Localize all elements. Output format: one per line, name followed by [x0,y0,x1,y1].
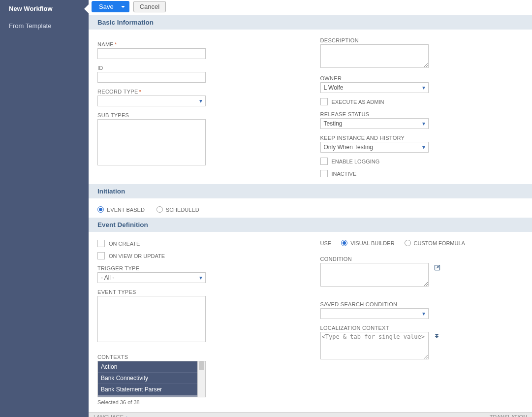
label-execute-as-admin: EXECUTE AS ADMIN [332,99,384,105]
label-localization-context: LOCALIZATION CONTEXT [320,325,524,331]
condition-textarea[interactable] [320,263,429,287]
save-dropdown-button[interactable] [117,1,129,12]
on-create-checkbox[interactable] [97,240,105,247]
section-basic-information: Basic Information [89,15,532,30]
scrollbar-thumb[interactable] [199,361,204,370]
contexts-hint: Selected 36 of 38 [97,399,301,405]
column-translation[interactable]: TRANSLATION [490,414,527,417]
description-textarea[interactable] [320,44,429,68]
main-content: Save Cancel Basic Information NAME* ID R… [89,0,532,417]
contexts-listbox[interactable]: Action Bank Connectivity Bank Statement … [97,361,206,397]
label-on-view-update: ON VIEW OR UPDATE [109,253,165,259]
caret-down-icon: ▾ [422,84,425,91]
sidebar-item-new-workflow[interactable]: New Workflow [0,0,89,17]
label-visual-builder: VISUAL BUILDER [350,240,394,246]
label-inactive: INACTIVE [332,171,357,177]
sidebar-item-from-template[interactable]: From Template [0,17,89,34]
expand-condition-icon[interactable] [434,264,441,273]
keep-instance-select[interactable]: Only When Testing▾ [320,142,429,153]
label-use: USE [320,240,332,246]
label-on-create: ON CREATE [109,241,140,247]
trigger-type-select[interactable]: - All -▾ [97,272,206,283]
label-description: DESCRIPTION [320,37,524,43]
record-type-select[interactable]: ▾ [97,96,206,106]
label-keep-instance: KEEP INSTANCE AND HISTORY [320,135,524,141]
scrollbar[interactable] [197,361,205,397]
label-condition: CONDITION [320,256,524,262]
label-event-types: EVENT TYPES [97,289,301,295]
enable-logging-checkbox[interactable] [320,158,328,165]
inactive-checkbox[interactable] [320,170,328,177]
label-trigger-type: TRIGGER TYPE [97,265,301,271]
label-record-type: RECORD TYPE* [97,89,301,95]
caret-down-icon: ▾ [422,120,425,127]
label-event-based: EVENT BASED [107,207,145,213]
sidebar: New Workflow From Template [0,0,89,417]
list-item[interactable]: Bundle Installation [98,395,197,397]
column-language[interactable]: LANGUAGE [94,414,129,417]
cancel-button[interactable]: Cancel [133,1,166,12]
label-saved-search-condition: SAVED SEARCH CONDITION [320,301,524,307]
label-release-status: RELEASE STATUS [320,111,524,117]
label-owner: OWNER [320,75,524,81]
section-event-definition: Event Definition [89,218,532,232]
caret-down-icon: ▾ [422,310,425,317]
radio-event-based[interactable] [97,206,104,213]
execute-as-admin-checkbox[interactable] [320,98,328,105]
localization-textarea[interactable]: <Type & tab for single value> [320,332,429,359]
translation-grid-header: LANGUAGE TRANSLATION [89,412,532,417]
label-sub-types: SUB TYPES [97,112,301,118]
label-contexts: CONTEXTS [97,354,301,360]
label-id: ID [97,65,301,71]
toolbar: Save Cancel [89,0,532,15]
owner-select[interactable]: L Wolfe▾ [320,82,429,93]
id-input[interactable] [97,72,206,83]
caret-down-icon: ▾ [199,97,202,104]
double-chevron-down-icon[interactable] [434,333,440,341]
saved-search-select[interactable]: ▾ [320,308,429,319]
label-scheduled: SCHEDULED [166,207,199,213]
list-item[interactable]: Bank Connectivity [98,373,197,384]
radio-visual-builder[interactable] [341,240,347,246]
radio-scheduled[interactable] [156,206,163,213]
sub-types-listbox[interactable] [97,119,206,165]
caret-down-icon: ▾ [422,144,425,151]
release-status-select[interactable]: Testing▾ [320,118,429,129]
caret-down-icon: ▾ [199,274,202,281]
list-item[interactable]: Bank Statement Parser [98,384,197,395]
label-name: NAME* [97,41,301,47]
label-enable-logging: ENABLE LOGGING [332,159,380,164]
label-custom-formula: CUSTOM FORMULA [414,240,465,246]
on-view-update-checkbox[interactable] [97,252,105,259]
caret-down-icon [121,4,125,9]
name-input[interactable] [97,48,206,59]
radio-custom-formula[interactable] [405,240,411,246]
event-types-listbox[interactable] [97,296,206,342]
section-initiation: Initiation [89,184,532,198]
list-item[interactable]: Action [98,361,197,373]
